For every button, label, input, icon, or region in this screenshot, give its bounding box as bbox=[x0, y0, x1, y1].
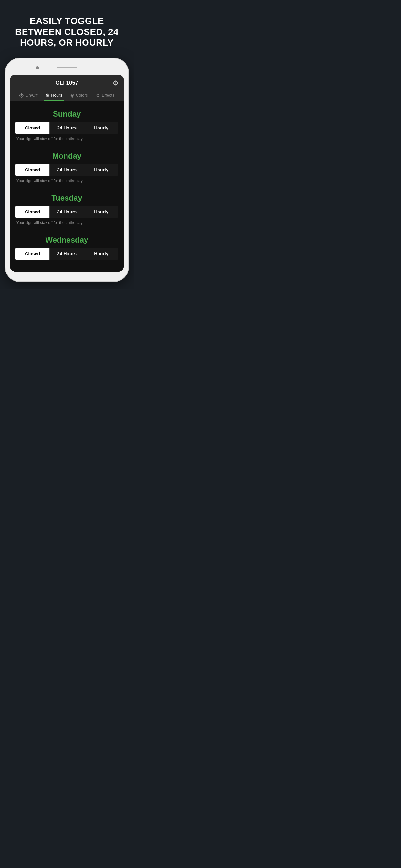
tab-bar: ⏻ On/Off ❋ Hours ◉ Colors ⚙ Effects bbox=[15, 90, 119, 101]
monday-closed-btn[interactable]: Closed bbox=[16, 164, 50, 176]
day-name-sunday: Sunday bbox=[15, 104, 119, 122]
tuesday-description: Your sign will stay off for the entire d… bbox=[15, 221, 119, 225]
wednesday-hourly-btn[interactable]: Hourly bbox=[84, 248, 118, 259]
tab-colors-label: Colors bbox=[76, 93, 88, 97]
effects-icon: ⚙ bbox=[96, 93, 100, 98]
toggle-group-tuesday: Closed 24 Hours Hourly bbox=[15, 206, 119, 218]
tab-hours[interactable]: ❋ Hours bbox=[44, 90, 64, 101]
tuesday-closed-btn[interactable]: Closed bbox=[16, 206, 50, 218]
app-screen: GLI 1057 ⚙ ⏻ On/Off ❋ Hours ◉ Colors bbox=[10, 74, 124, 272]
phone-frame: GLI 1057 ⚙ ⏻ On/Off ❋ Hours ◉ Colors bbox=[5, 58, 128, 281]
settings-icon[interactable]: ⚙ bbox=[113, 79, 119, 87]
sunday-description: Your sign will stay off for the entire d… bbox=[15, 136, 119, 141]
toggle-group-sunday: Closed 24 Hours Hourly bbox=[15, 122, 119, 134]
tab-onoff[interactable]: ⏻ On/Off bbox=[18, 90, 39, 101]
colors-icon: ◉ bbox=[70, 93, 74, 98]
wednesday-closed-btn[interactable]: Closed bbox=[16, 248, 50, 259]
day-name-tuesday: Tuesday bbox=[15, 188, 119, 206]
tab-onoff-label: On/Off bbox=[25, 93, 37, 97]
day-name-wednesday: Wednesday bbox=[15, 230, 119, 248]
day-section-wednesday: Wednesday Closed 24 Hours Hourly bbox=[15, 230, 119, 260]
app-title: GLI 1057 bbox=[56, 80, 79, 86]
day-section-tuesday: Tuesday Closed 24 Hours Hourly Your sign… bbox=[15, 188, 119, 225]
tuesday-hourly-btn[interactable]: Hourly bbox=[84, 206, 118, 218]
day-section-sunday: Sunday Closed 24 Hours Hourly Your sign … bbox=[15, 104, 119, 141]
tab-colors[interactable]: ◉ Colors bbox=[69, 90, 89, 101]
day-section-monday: Monday Closed 24 Hours Hourly Your sign … bbox=[15, 146, 119, 183]
onoff-icon: ⏻ bbox=[19, 93, 24, 98]
sunday-closed-btn[interactable]: Closed bbox=[16, 122, 50, 134]
tab-effects-label: Effects bbox=[102, 93, 115, 97]
app-content: Sunday Closed 24 Hours Hourly Your sign … bbox=[10, 101, 124, 272]
app-title-row: GLI 1057 ⚙ bbox=[15, 80, 119, 90]
hero-section: EASILY TOGGLE BETWEEN CLOSED, 24 HOURS, … bbox=[0, 0, 134, 58]
hours-icon: ❋ bbox=[45, 93, 50, 98]
toggle-group-wednesday: Closed 24 Hours Hourly bbox=[15, 248, 119, 260]
monday-24hours-btn[interactable]: 24 Hours bbox=[50, 164, 84, 176]
toggle-group-monday: Closed 24 Hours Hourly bbox=[15, 164, 119, 176]
monday-description: Your sign will stay off for the entire d… bbox=[15, 179, 119, 183]
sunday-hourly-btn[interactable]: Hourly bbox=[84, 122, 118, 134]
app-header: GLI 1057 ⚙ ⏻ On/Off ❋ Hours ◉ Colors bbox=[10, 74, 124, 101]
tab-effects[interactable]: ⚙ Effects bbox=[95, 90, 116, 101]
sunday-24hours-btn[interactable]: 24 Hours bbox=[50, 122, 84, 134]
phone-notch bbox=[10, 64, 124, 72]
wednesday-24hours-btn[interactable]: 24 Hours bbox=[50, 248, 84, 259]
monday-hourly-btn[interactable]: Hourly bbox=[84, 164, 118, 176]
tab-hours-label: Hours bbox=[51, 93, 62, 97]
tuesday-24hours-btn[interactable]: 24 Hours bbox=[50, 206, 84, 218]
phone-speaker bbox=[57, 67, 76, 68]
hero-title: EASILY TOGGLE BETWEEN CLOSED, 24 HOURS, … bbox=[8, 16, 126, 48]
day-name-monday: Monday bbox=[15, 146, 119, 164]
phone-camera bbox=[36, 66, 39, 69]
